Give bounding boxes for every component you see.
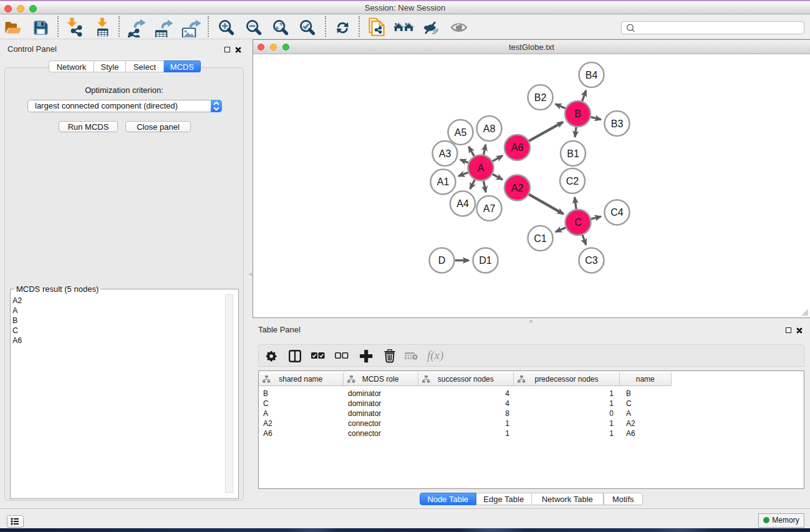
- svg-text:A5: A5: [455, 127, 467, 138]
- svg-text:D: D: [438, 255, 446, 266]
- svg-text:C4: C4: [610, 207, 624, 218]
- svg-text:A3: A3: [439, 148, 451, 159]
- svg-text:C2: C2: [566, 176, 579, 186]
- svg-text:B4: B4: [586, 70, 598, 80]
- svg-text:B1: B1: [567, 148, 579, 159]
- svg-text:A6: A6: [511, 142, 524, 153]
- svg-text:C3: C3: [585, 255, 598, 266]
- svg-text:A: A: [478, 163, 485, 173]
- svg-text:A1: A1: [437, 177, 450, 187]
- svg-text:B3: B3: [611, 118, 624, 129]
- svg-text:A8: A8: [483, 123, 496, 134]
- svg-text:B2: B2: [534, 92, 547, 103]
- svg-text:A2: A2: [511, 183, 524, 193]
- svg-text:A7: A7: [483, 203, 496, 214]
- svg-text:D1: D1: [479, 255, 492, 266]
- svg-text:B: B: [574, 109, 581, 119]
- svg-text:C1: C1: [534, 233, 547, 244]
- svg-text:A4: A4: [456, 198, 469, 209]
- svg-text:C: C: [574, 217, 582, 228]
